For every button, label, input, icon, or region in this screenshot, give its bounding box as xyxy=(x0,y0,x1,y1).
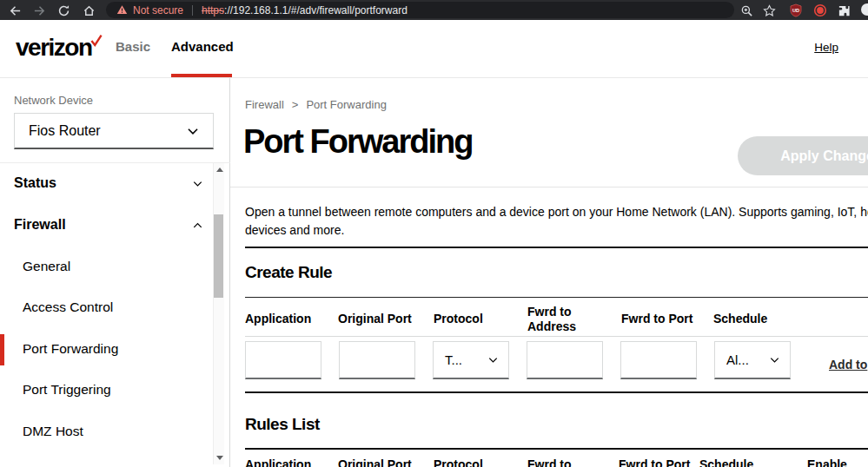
schedule-select[interactable]: Al... xyxy=(714,341,791,379)
divider xyxy=(245,448,868,450)
reload-icon[interactable] xyxy=(56,3,70,17)
divider xyxy=(245,391,868,393)
col-protocol: Protocol xyxy=(434,312,483,326)
sidebar-scrollbar-thumb[interactable] xyxy=(214,214,223,298)
sidebar-item-general[interactable]: General xyxy=(23,259,70,274)
sidebar: Network Device Fios Router Status Firewa… xyxy=(0,78,230,467)
divider xyxy=(230,187,868,187)
scroll-up-icon[interactable] xyxy=(216,168,223,172)
tab-advanced[interactable]: Advanced xyxy=(171,39,234,54)
col-fwrd-to-port: Fwrd to Port xyxy=(621,312,692,326)
network-device-value: Fios Router xyxy=(29,123,101,139)
address-bar[interactable]: Not secure https://192.168.1.1/#/adv/fir… xyxy=(106,2,734,18)
divider xyxy=(245,247,868,248)
sidebar-item-status[interactable]: Status xyxy=(14,175,56,191)
chevron-up-icon[interactable] xyxy=(191,219,205,233)
col-original-port: Original Port xyxy=(338,312,412,326)
add-to-list-link[interactable]: Add to xyxy=(829,358,867,372)
rl-col-fwrd-to-port: Fwrd to Port xyxy=(619,457,690,467)
active-item-indicator xyxy=(0,334,4,365)
chevron-down-icon[interactable] xyxy=(191,177,205,191)
rl-col-schedule: Schedule xyxy=(699,457,753,467)
sidebar-item-label: Firewall xyxy=(14,217,66,232)
help-link[interactable]: Help xyxy=(814,41,838,54)
tab-basic[interactable]: Basic xyxy=(116,39,150,54)
create-rule-heading: Create Rule xyxy=(245,263,332,282)
breadcrumb-current: Port Forwarding xyxy=(306,98,386,111)
original-port-input[interactable] xyxy=(339,341,415,379)
active-tab-indicator xyxy=(171,74,232,77)
network-device-select[interactable]: Fios Router xyxy=(14,113,214,149)
browser-toolbar: Not secure https://192.168.1.1/#/adv/fir… xyxy=(0,0,868,20)
table-header-border xyxy=(245,336,868,337)
fwrd-to-address-input[interactable] xyxy=(527,341,603,379)
rl-col-enable: Enable xyxy=(807,457,847,467)
rl-col-application: Application xyxy=(245,457,311,467)
rl-col-fwrd-to-address: Fwrd to Address xyxy=(527,457,581,467)
verizon-check-icon xyxy=(90,35,103,47)
protocol-value: T... xyxy=(445,352,462,367)
sidebar-item-access-control[interactable]: Access Control xyxy=(23,299,113,315)
schedule-value: Al... xyxy=(726,352,749,367)
url-rest: ://192.168.1.1/#/adv/firewall/portforwar… xyxy=(224,4,407,16)
chevron-down-icon xyxy=(185,123,201,139)
col-schedule: Schedule xyxy=(713,312,767,326)
chevron-down-icon xyxy=(768,353,781,366)
rl-col-original-port: Original Port xyxy=(338,457,412,467)
zoom-icon[interactable] xyxy=(739,3,753,17)
rl-col-protocol: Protocol xyxy=(434,457,483,467)
back-icon[interactable] xyxy=(8,3,22,17)
page-title: Port Forwarding xyxy=(243,123,472,161)
sidebar-item-port-forwarding[interactable]: Port Forwarding xyxy=(23,341,118,357)
protocol-select[interactable]: T... xyxy=(433,341,509,379)
verizon-logo[interactable]: verizon xyxy=(16,34,104,62)
col-application: Application xyxy=(245,312,311,326)
rules-list-heading: Rules List xyxy=(245,415,320,434)
breadcrumb-firewall[interactable]: Firewall xyxy=(245,98,284,111)
sidebar-item-dmz-host[interactable]: DMZ Host xyxy=(23,424,83,439)
sidebar-item-firewall[interactable]: Firewall xyxy=(14,217,66,233)
scroll-down-icon[interactable] xyxy=(216,456,223,460)
apply-changes-button[interactable]: Apply Changes xyxy=(738,136,868,175)
url-scheme: https xyxy=(202,4,224,16)
home-icon[interactable] xyxy=(82,3,96,17)
chevron-down-icon xyxy=(487,353,500,366)
svg-text:UD: UD xyxy=(792,8,799,13)
breadcrumb: Firewall > Port Forwarding xyxy=(245,98,387,111)
sidebar-divider xyxy=(0,162,230,163)
shield-extension-icon[interactable]: UD xyxy=(789,3,803,17)
page-description: Open a tunnel between remote computers a… xyxy=(245,203,868,240)
table-top-border xyxy=(245,297,868,298)
site-header: verizon Basic Advanced Help xyxy=(0,20,868,78)
fwrd-to-port-input[interactable] xyxy=(620,341,697,379)
col-fwrd-to-address: Fwrd to Address xyxy=(527,305,581,334)
not-secure-warning-icon xyxy=(116,3,128,18)
application-input[interactable] xyxy=(245,341,321,379)
address-divider xyxy=(192,5,193,16)
sidebar-item-port-triggering[interactable]: Port Triggering xyxy=(23,382,111,398)
sidebar-item-label: Status xyxy=(14,175,56,190)
main-content: Firewall > Port Forwarding Port Forwardi… xyxy=(230,78,868,467)
sidebar-scrollbar-track[interactable] xyxy=(213,163,224,464)
extensions-puzzle-icon[interactable] xyxy=(837,3,851,17)
url-text[interactable]: https://192.168.1.1/#/adv/firewall/portf… xyxy=(202,4,407,16)
network-device-label: Network Device xyxy=(14,94,93,107)
verizon-logo-text: verizon xyxy=(16,34,92,61)
record-extension-icon[interactable] xyxy=(813,3,827,17)
profile-avatar[interactable] xyxy=(861,3,868,16)
breadcrumb-separator-icon: > xyxy=(292,98,299,111)
not-secure-label[interactable]: Not secure xyxy=(133,4,183,16)
forward-icon[interactable] xyxy=(32,3,46,17)
bookmark-star-icon[interactable] xyxy=(762,3,776,17)
